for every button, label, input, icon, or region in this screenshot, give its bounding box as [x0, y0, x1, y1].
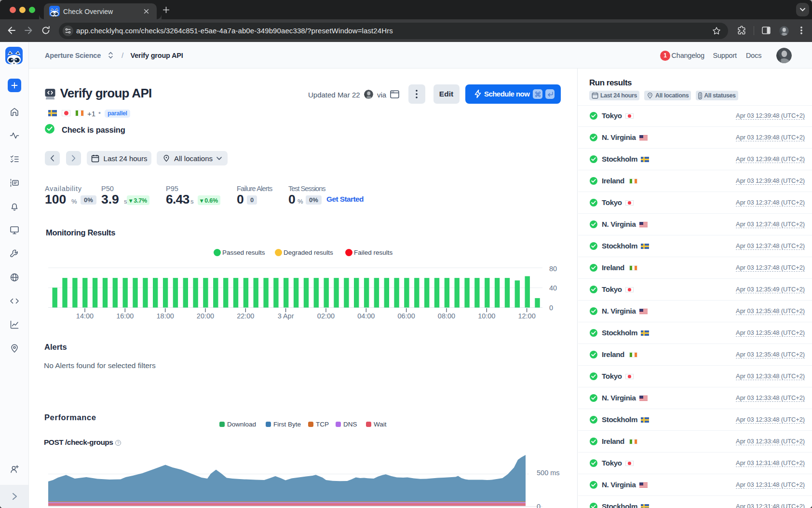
svg-text:40: 40	[549, 284, 557, 292]
svg-text:20:00: 20:00	[197, 312, 214, 320]
svg-text:0: 0	[537, 503, 541, 508]
svg-text:12:00: 12:00	[518, 312, 535, 320]
svg-text:22:00: 22:00	[237, 312, 254, 320]
svg-text:16:00: 16:00	[116, 312, 134, 320]
svg-text:10:00: 10:00	[478, 312, 495, 320]
svg-text:18:00: 18:00	[157, 312, 174, 320]
svg-text:500 ms: 500 ms	[537, 469, 560, 477]
svg-text:06:00: 06:00	[397, 312, 415, 320]
svg-text:80: 80	[549, 265, 557, 273]
svg-text:3 Apr: 3 Apr	[278, 312, 294, 320]
svg-text:08:00: 08:00	[438, 312, 455, 320]
svg-text:04:00: 04:00	[357, 312, 375, 320]
svg-text:14:00: 14:00	[76, 312, 94, 320]
svg-text:02:00: 02:00	[317, 312, 335, 320]
svg-text:0: 0	[549, 304, 553, 312]
